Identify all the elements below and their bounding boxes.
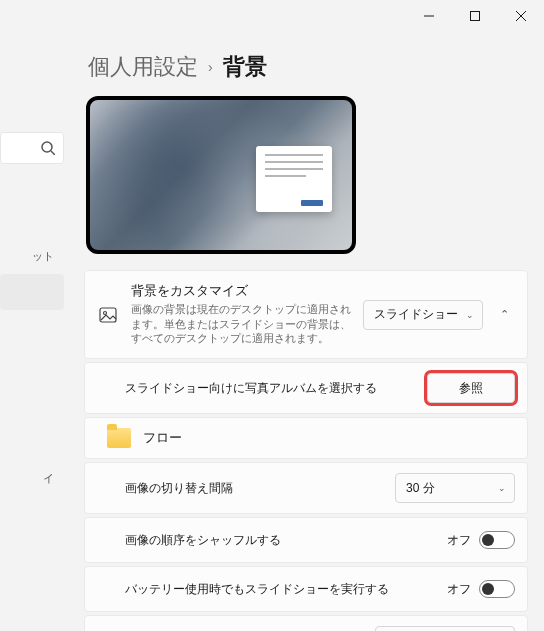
battery-toggle[interactable]: オフ (447, 580, 515, 598)
sidebar-partial: ット イ (0, 32, 68, 631)
sidebar-item-fragment-1[interactable]: ット (0, 238, 64, 274)
row-shuffle: 画像の順序をシャッフルする オフ (84, 517, 528, 563)
breadcrumb-current: 背景 (223, 52, 267, 82)
toggle-track (479, 580, 515, 598)
battery-state-text: オフ (447, 581, 471, 598)
album-folder-name: フロー (143, 430, 515, 447)
chevron-up-icon: ⌃ (500, 308, 509, 321)
background-preview (86, 96, 356, 254)
background-mode-value: スライドショー (374, 306, 458, 323)
personalize-title: 背景をカスタマイズ (131, 283, 351, 300)
expand-collapse-button[interactable]: ⌃ (493, 304, 515, 326)
breadcrumb-parent[interactable]: 個人用設定 (88, 52, 198, 82)
shuffle-state-text: オフ (447, 532, 471, 549)
svg-point-7 (104, 311, 107, 314)
interval-dropdown[interactable]: 30 分 ⌄ (395, 473, 515, 503)
profile-fragment (0, 78, 68, 112)
shuffle-label: 画像の順序をシャッフルする (125, 532, 435, 549)
row-personalize-background: 背景をカスタマイズ 画像の背景は現在のデスクトップに適用されます。単色またはスラ… (84, 270, 528, 359)
browse-button[interactable]: 参照 (427, 373, 515, 403)
minimize-button[interactable] (406, 0, 452, 32)
row-battery: バッテリー使用時でもスライドショーを実行する オフ (84, 566, 528, 612)
shuffle-toggle[interactable]: オフ (447, 531, 515, 549)
search-icon (41, 141, 55, 155)
svg-rect-1 (471, 12, 480, 21)
chevron-down-icon: ⌄ (498, 483, 506, 493)
choose-album-label: スライドショー向けに写真アルバムを選択する (125, 380, 415, 397)
close-icon (516, 11, 526, 21)
close-button[interactable] (498, 0, 544, 32)
background-mode-dropdown[interactable]: スライドショー ⌄ (363, 300, 483, 330)
interval-label: 画像の切り替え間隔 (125, 480, 383, 497)
breadcrumb: 個人用設定 › 背景 (88, 52, 528, 82)
preview-dialog-mock (256, 146, 332, 212)
toggle-track (479, 531, 515, 549)
svg-point-4 (42, 142, 52, 152)
personalize-subtitle: 画像の背景は現在のデスクトップに適用されます。単色またはスライドショーの背景は、… (131, 302, 351, 346)
fit-dropdown[interactable]: ページ幅に合わせる ⌄ (375, 626, 515, 631)
chevron-right-icon: › (208, 59, 213, 75)
picture-icon (97, 304, 119, 326)
chevron-down-icon: ⌄ (466, 310, 474, 320)
window-titlebar (0, 0, 544, 32)
minimize-icon (424, 11, 434, 21)
interval-value: 30 分 (406, 480, 435, 497)
row-album-folder[interactable]: フロー (84, 417, 528, 459)
browse-button-label: 参照 (459, 380, 483, 397)
folder-icon (107, 428, 131, 448)
sidebar-item-personalization-fragment[interactable] (0, 274, 64, 310)
search-input[interactable] (0, 132, 64, 164)
svg-rect-6 (100, 308, 116, 322)
battery-label: バッテリー使用時でもスライドショーを実行する (125, 581, 435, 598)
main-content: 個人用設定 › 背景 背景をカスタマイズ 画像の背景は現在のデスクトップに適用さ… (68, 32, 544, 631)
row-choose-album: スライドショー向けに写真アルバムを選択する 参照 (84, 362, 528, 414)
maximize-icon (470, 11, 480, 21)
maximize-button[interactable] (452, 0, 498, 32)
row-interval: 画像の切り替え間隔 30 分 ⌄ (84, 462, 528, 514)
svg-line-5 (51, 151, 55, 155)
sidebar-item-fragment-2[interactable]: イ (0, 460, 64, 496)
row-fit: デスクトップ画像に合うものを選択 ページ幅に合わせる ⌄ (84, 615, 528, 631)
